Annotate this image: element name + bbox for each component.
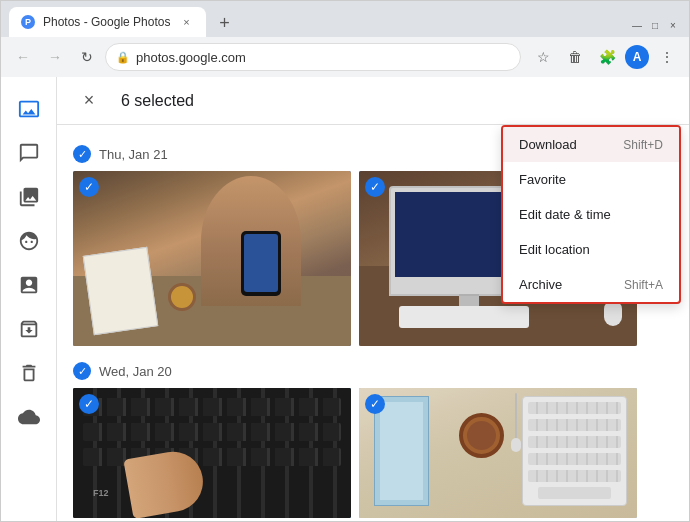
sidebar-utilities-icon[interactable] <box>9 265 49 305</box>
delete-icon[interactable]: 🗑 <box>561 43 589 71</box>
sidebar-sharing-icon[interactable] <box>9 133 49 173</box>
date-text-jan20: Wed, Jan 20 <box>99 364 172 379</box>
toolbar-icons: ☆ 🗑 🧩 A ⋮ <box>529 43 681 71</box>
photo-thumb-4[interactable]: ✓ <box>359 388 637 518</box>
date-check-jan21[interactable]: ✓ <box>73 145 91 163</box>
photo-thumb-3[interactable]: ✓ F12 <box>73 388 351 518</box>
back-button[interactable]: ← <box>9 43 37 71</box>
profile-avatar[interactable]: A <box>625 45 649 69</box>
context-menu: Download Shift+D Favorite Edit date & ti… <box>501 125 681 304</box>
edit-date-time-menu-item[interactable]: Edit date & time <box>503 197 679 232</box>
tab-bar: P Photos - Google Photos × + — □ × <box>1 1 689 37</box>
selected-count: 6 selected <box>121 92 673 110</box>
action-bar: × 6 selected <box>57 77 689 125</box>
refresh-button[interactable]: ↻ <box>73 43 101 71</box>
sidebar-drive-icon[interactable] <box>9 397 49 437</box>
sidebar-photos-icon[interactable] <box>9 89 49 129</box>
archive-label: Archive <box>519 277 562 292</box>
archive-menu-item[interactable]: Archive Shift+A <box>503 267 679 302</box>
download-label: Download <box>519 137 577 152</box>
edit-location-label: Edit location <box>519 242 590 257</box>
sidebar-faces-icon[interactable] <box>9 221 49 261</box>
date-label-jan20: ✓ Wed, Jan 20 <box>73 350 673 388</box>
more-options-icon[interactable]: ⋮ <box>653 43 681 71</box>
active-tab[interactable]: P Photos - Google Photos × <box>9 7 206 37</box>
bookmark-star-icon[interactable]: ☆ <box>529 43 557 71</box>
photo-check-3: ✓ <box>79 394 99 414</box>
date-check-jan20[interactable]: ✓ <box>73 362 91 380</box>
tab-close-button[interactable]: × <box>178 14 194 30</box>
tab-favicon: P <box>21 15 35 29</box>
minimize-button[interactable]: — <box>629 17 645 33</box>
favorite-menu-item[interactable]: Favorite <box>503 162 679 197</box>
address-bar-row: ← → ↻ 🔒 photos.google.com ☆ 🗑 🧩 A ⋮ <box>1 37 689 77</box>
edit-date-time-label: Edit date & time <box>519 207 611 222</box>
forward-button[interactable]: → <box>41 43 69 71</box>
close-selection-button[interactable]: × <box>73 85 105 117</box>
favorite-label: Favorite <box>519 172 566 187</box>
url-text: photos.google.com <box>136 50 510 65</box>
photo-check-4: ✓ <box>365 394 385 414</box>
sidebar <box>1 77 57 521</box>
browser-window: P Photos - Google Photos × + — □ × ← → ↻… <box>0 0 690 522</box>
main-content: × 6 selected Download Shift+D Favorite E… <box>57 77 689 521</box>
photos-row-jan20: ✓ F12 <box>73 388 673 518</box>
sidebar-trash-icon[interactable] <box>9 353 49 393</box>
close-window-button[interactable]: × <box>665 17 681 33</box>
sidebar-archive-icon[interactable] <box>9 309 49 349</box>
extensions-icon[interactable]: 🧩 <box>593 43 621 71</box>
address-bar[interactable]: 🔒 photos.google.com <box>105 43 521 71</box>
photo-check-2: ✓ <box>365 177 385 197</box>
edit-location-menu-item[interactable]: Edit location <box>503 232 679 267</box>
maximize-button[interactable]: □ <box>647 17 663 33</box>
window-controls: — □ × <box>629 17 681 37</box>
archive-shortcut: Shift+A <box>624 278 663 292</box>
download-shortcut: Shift+D <box>623 138 663 152</box>
download-menu-item[interactable]: Download Shift+D <box>503 127 679 162</box>
tab-title: Photos - Google Photos <box>43 15 170 29</box>
app-container: × 6 selected Download Shift+D Favorite E… <box>1 77 689 521</box>
lock-icon: 🔒 <box>116 51 130 64</box>
sidebar-albums-icon[interactable] <box>9 177 49 217</box>
new-tab-button[interactable]: + <box>210 9 238 37</box>
date-text-jan21: Thu, Jan 21 <box>99 147 168 162</box>
photo-check-1: ✓ <box>79 177 99 197</box>
photo-thumb-1[interactable]: ✓ <box>73 171 351 346</box>
